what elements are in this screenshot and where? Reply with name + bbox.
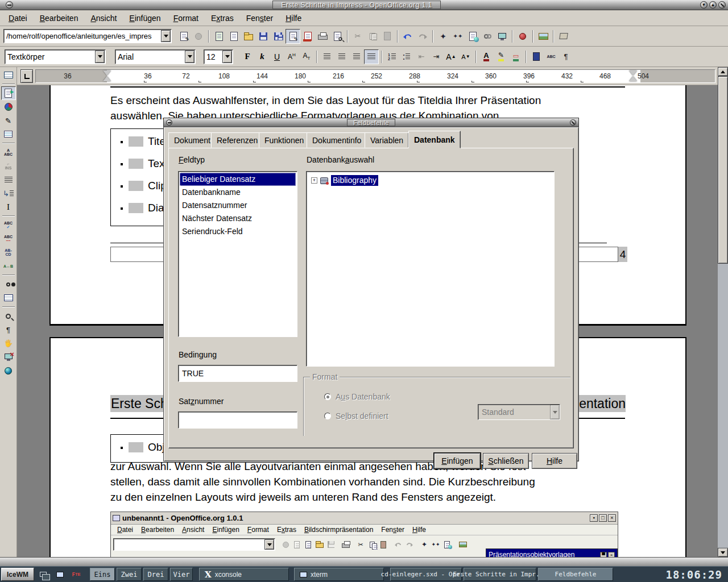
draw-functions-icon[interactable]: ✎ [1, 114, 16, 127]
tree-item[interactable]: Bibliography [331, 175, 378, 186]
new-from-template-icon[interactable] [212, 29, 226, 44]
stylist-icon[interactable]: ✦✦ [450, 29, 465, 44]
new-document-icon[interactable] [226, 29, 241, 44]
workspace-eins[interactable]: Eins [90, 568, 115, 581]
insert-table-icon[interactable] [1, 68, 16, 82]
workspace-zwei[interactable]: Zwei [117, 568, 142, 581]
italic-icon[interactable]: k [255, 49, 270, 64]
indent-marker-top[interactable] [103, 70, 111, 76]
hilfe-button[interactable]: Hilfe [532, 453, 577, 469]
subscript-icon[interactable]: AT [299, 49, 314, 64]
horizontal-ruler[interactable]: 36 36 72 108 144 180 216 252 288 324 360… [35, 69, 715, 83]
font-size-input[interactable] [205, 51, 221, 63]
insert-object-icon[interactable] [556, 29, 571, 44]
scroll-up-button[interactable] [718, 67, 728, 76]
gallery-doc-icon[interactable] [465, 29, 480, 44]
zoom-icon[interactable] [1, 309, 16, 323]
paragraph-style-input[interactable] [6, 51, 94, 63]
record-macro-icon[interactable] [515, 29, 530, 44]
close-button[interactable] [718, 1, 726, 9]
save-all-icon[interactable] [271, 29, 286, 44]
satznummer-input[interactable] [178, 411, 297, 429]
maximize-button[interactable]: ▲ [709, 1, 717, 9]
background-color-icon[interactable]: ▭ [508, 49, 523, 64]
tab-funktionen[interactable]: Funktionen [259, 132, 309, 148]
data-sources-icon[interactable] [1, 291, 16, 305]
task-cd-einleger[interactable]: cd-einleger.sxd - Ope... [390, 568, 462, 581]
numbering-icon[interactable]: 12 [384, 49, 399, 64]
tree-expander-icon[interactable]: + [311, 177, 317, 184]
list-item[interactable]: Beliebiger Datensatz [180, 173, 296, 186]
task-feldbefehle[interactable]: Feldbefehle [538, 568, 613, 581]
menu-datei[interactable]: Datei [2, 11, 34, 25]
bullets-icon[interactable]: •• [399, 49, 414, 64]
paragraph-dialog-icon[interactable] [529, 49, 544, 64]
list-item[interactable]: Nächster Datensatz [180, 212, 296, 225]
task-xconsole[interactable]: Xxconsole [199, 568, 289, 581]
align-right-icon[interactable] [349, 49, 364, 64]
save-icon[interactable] [256, 29, 271, 44]
dialog-titlebar[interactable]: Feldbefehle [163, 118, 579, 127]
menu-hilfe[interactable]: Hilfe [279, 11, 308, 25]
highlighting-icon[interactable]: ✎ [494, 49, 508, 64]
list-item[interactable]: Datenbankname [180, 186, 296, 199]
superscript-icon[interactable]: AH [284, 49, 299, 64]
task-erste-schritte[interactable]: Erste Schritte in Impr... [464, 568, 536, 581]
menu-ansicht[interactable]: Ansicht [84, 11, 123, 25]
align-left-icon[interactable] [320, 49, 334, 64]
spellcheck-icon[interactable]: ABC✓ [1, 218, 16, 232]
bold-icon[interactable]: F [240, 49, 255, 64]
indent-marker-bottom[interactable] [103, 76, 111, 81]
hierarchy-icon[interactable]: ↳ [1, 186, 16, 200]
thesaurus-icon[interactable]: AB-CD [1, 246, 16, 259]
menu-bearbeiten[interactable]: Bearbeiten [34, 11, 85, 25]
feldtyp-listbox[interactable]: Beliebiger Datensatz Datenbankname Daten… [178, 171, 297, 337]
font-name-input[interactable] [117, 51, 184, 63]
right-indent-marker-bottom[interactable] [629, 76, 637, 81]
terminal-launcher-icon[interactable] [52, 568, 67, 581]
window-menu-button[interactable] [6, 1, 13, 9]
text-cursor-icon[interactable]: I [1, 200, 16, 214]
hyperlink-icon[interactable] [480, 29, 495, 44]
dialog-close-button[interactable] [570, 119, 576, 126]
insert-object-icon[interactable] [1, 100, 16, 114]
icewm-start-button[interactable]: IceWM [1, 568, 34, 581]
database-tree[interactable]: + Bibliography [306, 171, 555, 367]
fte-launcher-icon[interactable]: FTE [69, 568, 84, 581]
tab-variablen[interactable]: Variablen [365, 132, 409, 148]
print-icon[interactable] [315, 29, 330, 44]
scrollbar-thumb[interactable] [718, 76, 728, 264]
menu-format[interactable]: Format [167, 11, 205, 25]
dialog-menu-button[interactable] [166, 119, 172, 126]
tab-datenbank[interactable]: Datenbank [408, 131, 461, 148]
insert-fields-icon[interactable]: ▶ [1, 86, 16, 100]
underline-icon[interactable]: U [270, 49, 284, 64]
bedingung-input[interactable] [178, 365, 297, 382]
size-dropdown-button[interactable] [222, 51, 232, 63]
menu-einfuegen[interactable]: Einfügen [123, 11, 167, 25]
increase-font-icon[interactable]: A▲ [444, 49, 458, 64]
formatting-marks-icon[interactable]: ¶ [1, 323, 16, 336]
vertical-scrollbar[interactable] [718, 67, 728, 557]
list-item[interactable]: Datensatznummer [180, 199, 296, 212]
menu-extras[interactable]: Extras [205, 11, 240, 25]
web-view-icon[interactable] [1, 364, 16, 377]
scroll-down-button[interactable] [718, 548, 728, 557]
menu-fenster[interactable]: Fenster [240, 11, 279, 25]
schliessen-button[interactable]: Schließen [483, 453, 529, 469]
reduce-font-icon[interactable]: A▼ [458, 49, 473, 64]
workspace-vier[interactable]: Vier [170, 568, 193, 581]
formatting-marks-icon[interactable]: ¶ [559, 49, 573, 64]
edit-file-icon[interactable]: ✎ [286, 29, 300, 44]
minimize-button[interactable]: ▼ [700, 1, 708, 9]
font-dropdown-button[interactable] [185, 51, 195, 63]
font-color-icon[interactable]: A [479, 49, 494, 64]
workspace-drei[interactable]: Drei [143, 568, 168, 581]
increase-indent-icon[interactable]: ⇥ [429, 49, 444, 64]
show-desktop-button[interactable] [36, 568, 51, 581]
bullets-on-off-icon[interactable] [1, 173, 16, 186]
find-icon[interactable] [1, 277, 16, 291]
url-input[interactable] [5, 31, 161, 41]
einfuegen-button[interactable]: Einfügen [434, 453, 481, 469]
images-toggle-icon[interactable]: ✕ [1, 350, 16, 364]
